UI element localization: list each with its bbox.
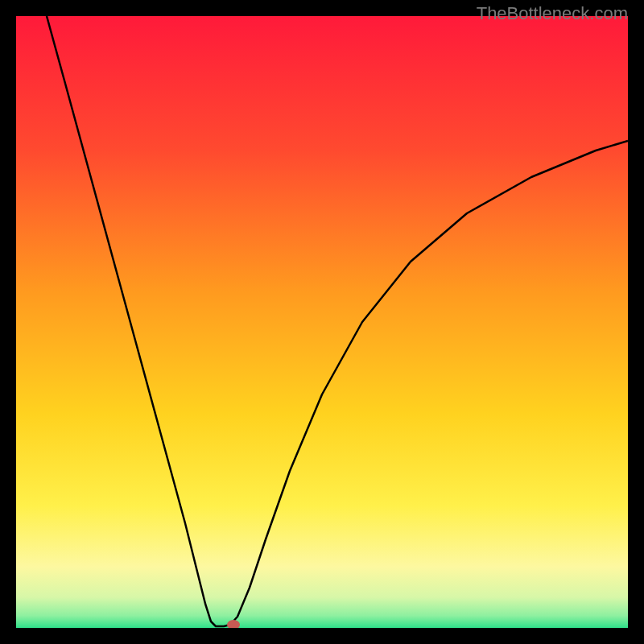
chart-plot-area <box>16 16 628 628</box>
watermark-text: TheBottleneck.com <box>477 3 628 24</box>
chart-svg <box>16 16 628 628</box>
chart-background <box>16 16 628 628</box>
